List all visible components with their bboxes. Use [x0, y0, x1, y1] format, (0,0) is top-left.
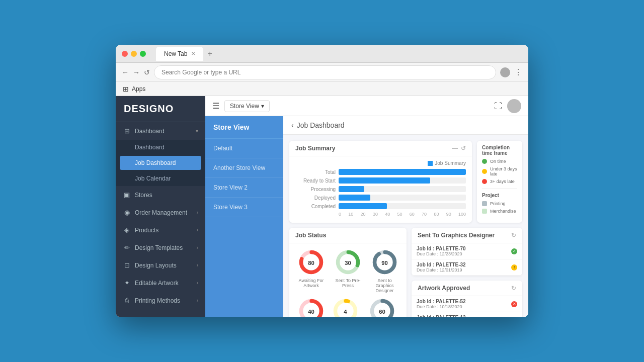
store-panel-view2[interactable]: Store View 2: [205, 178, 283, 198]
job-status-card: Job Status 80: [289, 228, 407, 317]
bar-track-ready: [339, 177, 466, 184]
legend-merchandise-dot: [482, 209, 487, 214]
apps-label: Apps: [132, 85, 145, 93]
store-panel-another[interactable]: Another Store View: [205, 158, 283, 178]
legend-3plus-label: 3+ days late: [490, 179, 515, 184]
bar-label-processing: Processing: [295, 187, 336, 192]
sent-graphics-refresh[interactable]: ↻: [511, 232, 516, 239]
sidebar-item-order-management[interactable]: ◉ Order Management ›: [116, 204, 205, 221]
donut-chart-5: 4: [332, 297, 359, 317]
traffic-lights: [122, 51, 146, 57]
reload-button[interactable]: ↺: [144, 68, 150, 76]
bar-label-completed: Completed: [295, 204, 336, 209]
chevron-right-icon-4: ›: [197, 262, 198, 268]
back-button[interactable]: ←: [122, 68, 129, 76]
right-cards: Sent To Graphics Designer ↻ Job Id : PAL…: [412, 228, 522, 317]
sent-graphics-card: Sent To Graphics Designer ↻ Job Id : PAL…: [412, 228, 522, 276]
job-entry-palette32: Job Id : PALETTE-32 Due Date : 12/01/201…: [412, 259, 522, 276]
browser-toolbar: ← → ↺ ⋮: [116, 63, 528, 82]
store-view-dropdown[interactable]: Store View ▾: [224, 100, 270, 112]
legend-on-time-dot: [482, 159, 487, 164]
donut-chart-4: 40: [297, 297, 325, 317]
artwork-approved-title: Artwork Approved: [418, 285, 470, 292]
sidebar-item-design-layouts[interactable]: ⊡ Design Layouts ›: [116, 256, 205, 274]
svg-text:90: 90: [381, 260, 388, 266]
bar-fill-deployed: [339, 195, 370, 201]
job-id-52: Job Id : PALETTE-52: [417, 299, 508, 304]
legend-label-summary: Job Summary: [435, 160, 466, 166]
maximize-button[interactable]: [140, 51, 146, 57]
legend-printing: Printing: [482, 201, 517, 206]
sidebar-item-editable-artwork[interactable]: ✦ Editable Artwork ›: [116, 274, 205, 292]
bar-label-total: Total: [295, 169, 336, 175]
dashboard-submenu: Dashboard Job Dashboard Job Calendar: [116, 140, 205, 186]
legend-under-3-label: Under 3 days late: [490, 166, 517, 176]
bar-row-total: Total: [295, 169, 466, 175]
minimize-card-button[interactable]: —: [452, 145, 458, 152]
refresh-card-button[interactable]: ↺: [461, 145, 466, 152]
bar-fill-ready: [339, 177, 430, 184]
bar-fill-processing: [339, 186, 364, 192]
donut-chart-6: 60: [368, 297, 396, 317]
fullscreen-icon[interactable]: ⛶: [494, 102, 502, 111]
legend-dot-summary: [428, 161, 433, 166]
donuts-grid: 80 Awaiting For Artwork: [289, 243, 407, 317]
donut-awaiting-artwork: 80 Awaiting For Artwork: [295, 248, 328, 293]
hamburger-icon[interactable]: ☰: [212, 101, 219, 111]
apps-bar: ⊞ Apps: [116, 82, 528, 96]
new-tab-button[interactable]: +: [207, 49, 212, 58]
svg-text:60: 60: [379, 309, 385, 315]
sidebar-item-stores[interactable]: ▣ Stores: [116, 186, 205, 204]
bar-row-completed: Completed: [295, 203, 466, 209]
job-due-70: Due Date : 12/23/2020: [417, 251, 508, 256]
status-dot-32: !: [511, 264, 517, 270]
chevron-right-icon-3: ›: [197, 245, 198, 250]
sidebar-sub-job-calendar[interactable]: Job Calendar: [116, 171, 205, 186]
page-title: Job Dashboard: [297, 121, 345, 129]
donut-label-2: Sent To Pre-Press: [332, 278, 364, 288]
dashboard-grid: Job Summary — ↺: [283, 135, 528, 317]
forward-button[interactable]: →: [133, 68, 140, 76]
legend-completion-title: Completion time frame: [482, 145, 517, 156]
svg-text:80: 80: [308, 260, 314, 266]
user-avatar[interactable]: [507, 99, 521, 113]
app-container: DESIGNO ⊞ Dashboard ▾ Dashboard Job Dash…: [116, 96, 528, 317]
store-panel: Store View Default Another Store View St…: [205, 116, 283, 317]
order-management-icon: ◉: [123, 209, 131, 216]
browser-menu-button[interactable]: ⋮: [514, 67, 522, 77]
store-panel-default[interactable]: Default: [205, 139, 283, 158]
store-panel-view3[interactable]: Store View 3: [205, 198, 283, 217]
chevron-right-icon: ›: [197, 210, 198, 215]
sidebar-sub-job-dashboard[interactable]: Job Dashboard: [120, 156, 201, 170]
active-tab[interactable]: New Tab ✕: [156, 47, 203, 61]
apps-grid-icon: ⊞: [123, 85, 129, 93]
legend-on-time: On time: [482, 159, 517, 164]
job-entry-palette70: Job Id : PALETTE-70 Due Date : 12/23/202…: [412, 243, 522, 259]
sidebar-item-design-templates[interactable]: ✏ Design Templates ›: [116, 239, 205, 256]
status-dot-12: !: [511, 317, 517, 318]
sidebar-item-printing-methods[interactable]: ⎙ Printing Methods ›: [116, 292, 205, 309]
url-bar[interactable]: [154, 65, 496, 79]
browser-titlebar: New Tab ✕ +: [116, 45, 528, 63]
close-button[interactable]: [122, 51, 128, 57]
tab-close-button[interactable]: ✕: [191, 51, 195, 56]
donut-label-3: Sent to Graphics Designer: [368, 278, 401, 293]
artwork-approved-refresh[interactable]: ↻: [511, 285, 516, 292]
job-entry-52-info: Job Id : PALETTE-52 Due Date : 10/18/202…: [417, 299, 508, 309]
job-id-32: Job Id : PALETTE-32: [417, 262, 508, 267]
profile-icon: [500, 67, 510, 77]
job-entry-palette52: Job Id : PALETTE-52 Due Date : 10/18/202…: [412, 296, 522, 312]
tab-bar: New Tab ✕ +: [156, 47, 212, 61]
sidebar-item-products[interactable]: ◈ Products ›: [116, 221, 205, 239]
sent-graphics-title: Sent To Graphics Designer: [418, 232, 495, 239]
content-body: Store View Default Another Store View St…: [205, 116, 528, 317]
sent-graphics-header: Sent To Graphics Designer ↻: [412, 228, 522, 243]
job-entry-32-info: Job Id : PALETTE-32 Due Date : 12/01/201…: [417, 262, 508, 273]
donut-folding: 4 Folding Completed: [329, 297, 362, 317]
sidebar-item-dashboard[interactable]: ⊞ Dashboard ▾: [116, 122, 205, 140]
editable-artwork-icon: ✦: [123, 279, 131, 287]
job-summary-title: Job Summary: [295, 145, 335, 152]
donut-sent-pre-press: 30 Sent To Pre-Press: [332, 248, 364, 293]
sidebar-sub-dashboard[interactable]: Dashboard: [116, 140, 205, 155]
minimize-button[interactable]: [131, 51, 137, 57]
